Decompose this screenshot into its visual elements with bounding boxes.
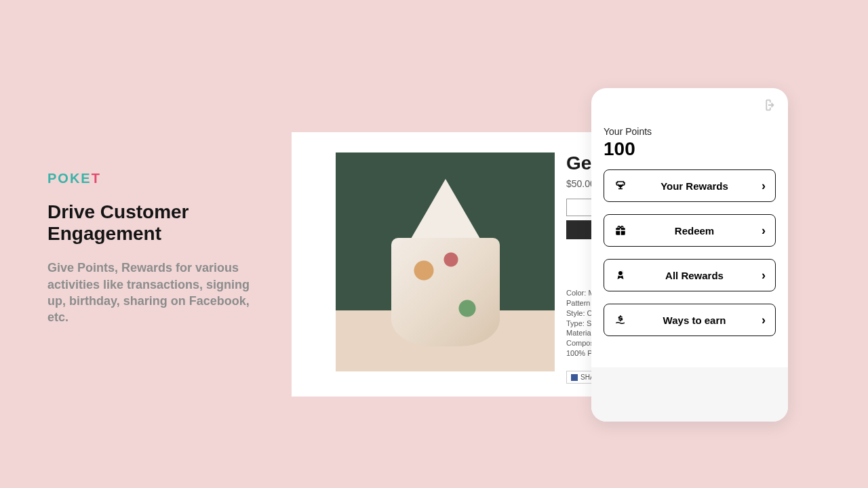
hand-coin-icon bbox=[614, 314, 627, 326]
quantity-input[interactable] bbox=[566, 199, 593, 216]
headline: Drive Customer Engagement bbox=[47, 201, 251, 245]
menu-your-rewards[interactable]: Your Rewards › bbox=[604, 169, 776, 202]
logo-part2: T bbox=[92, 171, 101, 186]
menu-label: All Rewards bbox=[627, 270, 762, 281]
points-value: 100 bbox=[604, 138, 776, 160]
menu-ways-to-earn[interactable]: Ways to earn › bbox=[604, 304, 776, 336]
menu-label: Your Rewards bbox=[627, 180, 762, 192]
rewards-panel: Your Points 100 Your Rewards › Redeem › … bbox=[591, 88, 788, 422]
menu-label: Redeem bbox=[627, 225, 762, 237]
facebook-icon bbox=[571, 374, 578, 381]
chevron-right-icon: › bbox=[762, 224, 766, 238]
chevron-right-icon: › bbox=[762, 268, 766, 283]
brand-logo: POKET bbox=[47, 171, 251, 186]
chevron-right-icon: › bbox=[762, 313, 766, 327]
chevron-right-icon: › bbox=[762, 179, 766, 193]
logo-part1: POKE bbox=[47, 171, 92, 186]
logout-icon bbox=[761, 98, 776, 113]
gift-icon bbox=[614, 224, 627, 237]
marketing-copy: POKET Drive Customer Engagement Give Poi… bbox=[47, 171, 251, 326]
product-image bbox=[336, 152, 555, 371]
subtext: Give Points, Rewards for various activit… bbox=[47, 260, 251, 325]
menu-all-rewards[interactable]: All Rewards › bbox=[604, 259, 776, 291]
panel-footer bbox=[591, 367, 788, 422]
award-icon bbox=[614, 269, 627, 281]
points-label: Your Points bbox=[604, 126, 776, 137]
scarf-illustration bbox=[388, 179, 503, 352]
menu-label: Ways to earn bbox=[627, 314, 762, 326]
logout-button[interactable] bbox=[761, 98, 776, 113]
trophy-icon bbox=[614, 180, 627, 192]
menu-redeem[interactable]: Redeem › bbox=[604, 214, 776, 247]
